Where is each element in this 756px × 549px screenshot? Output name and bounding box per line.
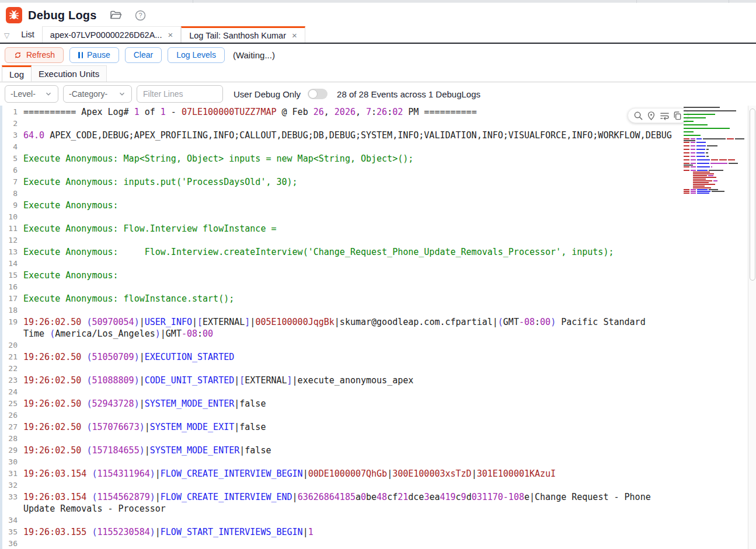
- scrollbar-thumb[interactable]: [750, 109, 755, 281]
- line-text: [18, 433, 23, 445]
- subtab-execution-units[interactable]: Execution Units: [32, 65, 107, 82]
- minimap-row: [684, 154, 750, 155]
- line-number: 14: [2, 258, 18, 270]
- line-number: 31: [2, 468, 18, 480]
- clear-button[interactable]: Clear: [125, 47, 162, 63]
- level-dropdown[interactable]: -Level-: [5, 85, 58, 103]
- toggle-knob: [308, 89, 318, 99]
- minimap-row: [684, 166, 750, 167]
- line-text: [18, 211, 23, 223]
- minimap-row: [684, 131, 750, 132]
- line-text: [18, 235, 23, 246]
- minimap-row: [684, 138, 750, 139]
- minimap-row: [684, 142, 750, 143]
- line-text: ========== Apex Log# 1 of 1 - 07LE100000…: [18, 106, 477, 118]
- line-number: 4: [2, 141, 18, 153]
- log-line: 11Execute Anonymous: Flow.Interview flow…: [2, 223, 756, 235]
- log-line: Update Removals - Processor: [2, 503, 756, 515]
- tab-apex-log[interactable]: apex-07LVP00000226D62A... ×: [42, 26, 181, 43]
- minimap-row: [684, 140, 750, 141]
- log-line: 2519:26:02.50 (52943728)|SYSTEM_MODE_ENT…: [2, 398, 756, 410]
- minimap-row: [684, 144, 750, 145]
- user-debug-only-label: User Debug Only: [234, 89, 301, 99]
- line-text: [18, 118, 23, 130]
- minimap-row: [684, 156, 750, 157]
- minimap-row: [684, 186, 750, 187]
- page-title: Debug Logs: [28, 9, 97, 22]
- debug-bug-icon: [6, 7, 22, 23]
- line-text: 19:26:03.155 (1155230584)|FLOW_START_INT…: [18, 526, 313, 538]
- subtab-log[interactable]: Log: [2, 65, 32, 82]
- log-line: 28: [2, 433, 756, 445]
- line-text: [18, 281, 23, 293]
- tab-filter-icon[interactable]: ▽: [0, 32, 13, 43]
- close-icon[interactable]: ×: [168, 30, 173, 39]
- minimap-row: [684, 117, 750, 118]
- minimap-row: [684, 170, 750, 171]
- log-line: 3319:26:03.154 (1154562879)|FLOW_CREATE_…: [2, 491, 756, 503]
- svg-text:?: ?: [138, 12, 142, 19]
- minimap-row: [684, 191, 750, 192]
- tab-log-tail[interactable]: Log Tail: Santhosh Kumar ×: [181, 26, 305, 43]
- waiting-status: (Waiting...): [233, 50, 275, 60]
- open-folder-icon[interactable]: [110, 10, 122, 20]
- log-levels-label: Log Levels: [176, 50, 216, 60]
- clear-label: Clear: [134, 50, 153, 60]
- events-count: 28 of 28 Events across 1 DebugLogs: [337, 89, 480, 99]
- tab-label: List: [21, 30, 34, 39]
- minimap-row: [684, 128, 750, 129]
- pause-button[interactable]: Pause: [69, 47, 119, 63]
- close-icon[interactable]: ×: [292, 31, 297, 40]
- log-line: 14: [2, 258, 756, 270]
- line-text: [18, 258, 23, 270]
- line-number: 23: [2, 375, 18, 386]
- minimap-row: [684, 135, 750, 136]
- log-line: 2119:26:02.50 (51050709)|EXECUTION_START…: [2, 351, 756, 363]
- copy-icon[interactable]: [673, 111, 682, 121]
- log-line: 32: [2, 480, 756, 491]
- minimap-row: [684, 149, 750, 150]
- category-dropdown[interactable]: -Category-: [63, 85, 132, 103]
- log-line: 15Execute Anonymous:: [2, 270, 756, 281]
- minimap-row: [684, 182, 750, 183]
- location-pin-icon[interactable]: [646, 111, 656, 121]
- filter-lines-input[interactable]: [137, 85, 223, 103]
- vertical-scrollbar[interactable]: [748, 106, 756, 549]
- line-text: Update Removals - Processor: [18, 503, 166, 515]
- line-text: 19:26:02.50 (51088809)|CODE_UNIT_STARTED…: [18, 375, 413, 386]
- refresh-button[interactable]: Refresh: [5, 47, 64, 63]
- user-debug-only-toggle[interactable]: [308, 89, 328, 99]
- line-text: [18, 515, 23, 526]
- minimap-row: [684, 114, 750, 115]
- browser-tab-strip: [0, 0, 756, 3]
- log-line: 36: [2, 538, 756, 549]
- log-minimap[interactable]: [684, 107, 750, 194]
- log-levels-button[interactable]: Log Levels: [168, 47, 225, 63]
- line-number: 7: [2, 176, 18, 188]
- minimap-row: [684, 112, 750, 113]
- line-text: Execute Anonymous: Flow.Interview.create…: [18, 246, 614, 258]
- line-number: 20: [2, 340, 18, 351]
- line-text: [18, 538, 23, 549]
- log-line: 20: [2, 340, 756, 351]
- pause-icon: [78, 52, 83, 58]
- word-wrap-icon[interactable]: [660, 111, 670, 121]
- line-text: 19:26:02.50 (52943728)|SYSTEM_MODE_ENTER…: [18, 398, 266, 410]
- line-text: 19:26:02.50 (51050709)|EXECUTION_STARTED: [18, 351, 234, 363]
- log-line: 364.0 APEX_CODE,DEBUG;APEX_PROFILING,INF…: [2, 130, 756, 141]
- line-text: [18, 165, 23, 176]
- help-icon[interactable]: ?: [135, 10, 146, 21]
- log-line: 5Execute Anonymous: Map<String, Object> …: [2, 153, 756, 165]
- minimap-row: [684, 109, 750, 110]
- line-number: 35: [2, 526, 18, 538]
- minimap-row: [684, 121, 750, 122]
- line-number: 3: [2, 130, 18, 141]
- line-number: 1: [2, 106, 18, 118]
- line-number: 11: [2, 223, 18, 235]
- log-content[interactable]: 1========== Apex Log# 1 of 1 - 07LE10000…: [2, 106, 756, 549]
- line-text: Execute Anonymous: Flow.Interview flowIn…: [18, 223, 276, 235]
- tab-list[interactable]: List: [13, 26, 42, 43]
- log-line: 16: [2, 281, 756, 293]
- search-icon[interactable]: [633, 111, 643, 121]
- log-line: 4: [2, 141, 756, 153]
